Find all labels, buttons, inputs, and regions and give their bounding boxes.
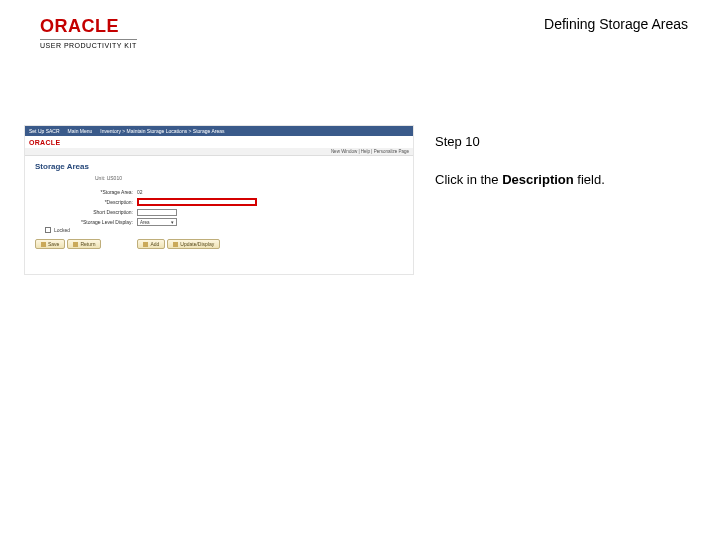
unit-value: US010 [107,175,122,181]
breadcrumb-2: Inventory > Maintain Storage Locations >… [100,128,224,134]
return-button[interactable]: Return [67,239,101,249]
add-button-label: Add [150,241,159,247]
step-label: Step 10 [435,132,695,152]
save-icon [41,242,46,247]
instruction-text: Click in the Description field. [435,170,695,190]
unit-label: Unit: [95,175,105,181]
chevron-down-icon: ▾ [171,219,174,225]
save-button-label: Save [48,241,59,247]
short-desc-label: Short Description: [71,209,133,215]
update-button[interactable]: Update/Display [167,239,220,249]
app-screenshot: Set Up SACR Main Menu Inventory > Mainta… [24,125,414,275]
locked-label: Locked [54,227,70,233]
brand-subtitle: USER PRODUCTIVITY KIT [40,39,137,49]
breadcrumb-1: Main Menu [68,128,93,134]
storage-level-select[interactable]: Area ▾ [137,218,177,226]
storage-area-label: *Storage Area: [71,189,133,195]
short-desc-field[interactable] [137,209,177,216]
app-oracle-logo: ORACLE [29,139,60,146]
subnav-right: New Window | Help | Personalize Page [331,149,409,154]
storage-level-value: Area [140,220,150,225]
add-button[interactable]: Add [137,239,165,249]
brand-block: ORACLE USER PRODUCTIVITY KIT [40,16,137,49]
update-button-label: Update/Display [180,241,214,247]
instruction-panel: Step 10 Click in the Description field. [435,132,695,189]
oracle-logo: ORACLE [40,16,137,37]
app-subnav: New Window | Help | Personalize Page [25,148,413,156]
app-brandbar: ORACLE [25,136,413,148]
instruction-pre: Click in the [435,172,502,187]
storage-area-value: 02 [137,189,143,195]
description-field[interactable] [137,198,257,206]
document-title: Defining Storage Areas [544,16,688,32]
save-button[interactable]: Save [35,239,65,249]
app-page-title: Storage Areas [35,162,403,171]
update-icon [173,242,178,247]
add-icon [143,242,148,247]
instruction-post: field. [574,172,605,187]
storage-level-label: *Storage Level Display: [71,219,133,225]
app-topbar: Set Up SACR Main Menu Inventory > Mainta… [25,126,413,136]
breadcrumb-0: Set Up SACR [29,128,60,134]
page-header: ORACLE USER PRODUCTIVITY KIT Defining St… [40,16,688,49]
instruction-bold: Description [502,172,574,187]
description-label: *Description: [71,199,133,205]
locked-checkbox[interactable] [45,227,51,233]
return-icon [73,242,78,247]
return-button-label: Return [80,241,95,247]
